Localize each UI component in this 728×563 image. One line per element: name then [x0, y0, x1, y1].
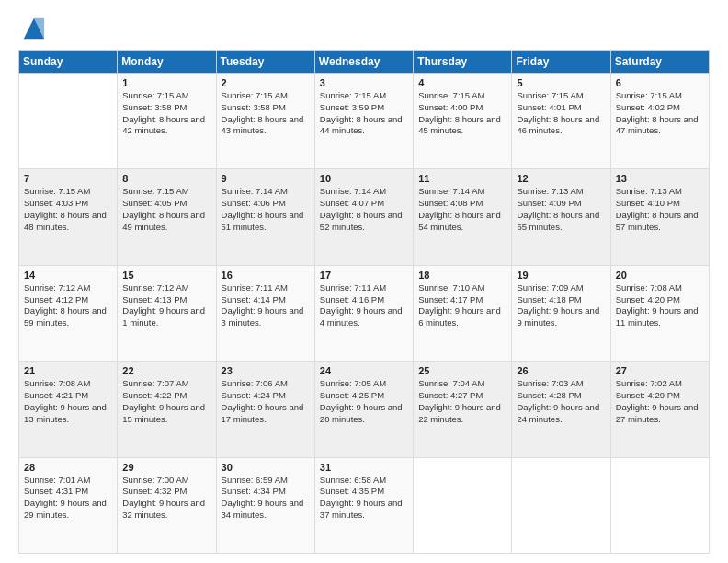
day-number: 13 [616, 173, 704, 184]
calendar-cell: 30Sunrise: 6:59 AMSunset: 4:34 PMDayligh… [216, 457, 314, 553]
calendar-cell: 28Sunrise: 7:01 AMSunset: 4:31 PMDayligh… [19, 457, 118, 553]
calendar-cell: 20Sunrise: 7:08 AMSunset: 4:20 PMDayligh… [610, 265, 709, 361]
day-info: Sunrise: 6:58 AMSunset: 4:35 PMDaylight:… [320, 475, 408, 522]
calendar-cell: 5Sunrise: 7:15 AMSunset: 4:01 PMDaylight… [512, 74, 610, 169]
calendar-week-row: 1Sunrise: 7:15 AMSunset: 3:58 PMDaylight… [19, 74, 710, 169]
calendar-cell: 23Sunrise: 7:06 AMSunset: 4:24 PMDayligh… [216, 362, 314, 457]
calendar-cell [19, 74, 118, 169]
day-info: Sunrise: 7:15 AMSunset: 3:58 PMDaylight:… [222, 90, 310, 137]
day-info: Sunrise: 7:07 AMSunset: 4:22 PMDaylight:… [122, 378, 210, 425]
day-info: Sunrise: 7:09 AMSunset: 4:18 PMDaylight:… [517, 282, 605, 329]
calendar-week-row: 28Sunrise: 7:01 AMSunset: 4:31 PMDayligh… [19, 457, 710, 553]
calendar-cell: 31Sunrise: 6:58 AMSunset: 4:35 PMDayligh… [314, 457, 413, 553]
day-info: Sunrise: 7:12 AMSunset: 4:13 PMDaylight:… [122, 282, 210, 329]
day-number: 25 [418, 365, 506, 376]
day-info: Sunrise: 7:11 AMSunset: 4:16 PMDaylight:… [320, 282, 408, 329]
day-info: Sunrise: 7:05 AMSunset: 4:25 PMDaylight:… [320, 378, 408, 425]
day-number: 6 [616, 77, 704, 88]
calendar-week-row: 21Sunrise: 7:08 AMSunset: 4:21 PMDayligh… [19, 362, 710, 457]
day-number: 10 [320, 173, 408, 184]
calendar-header-monday: Monday [118, 51, 216, 74]
calendar-cell: 26Sunrise: 7:03 AMSunset: 4:28 PMDayligh… [512, 362, 610, 457]
day-info: Sunrise: 7:15 AMSunset: 4:00 PMDaylight:… [418, 90, 506, 137]
day-number: 5 [517, 77, 605, 88]
day-number: 4 [418, 77, 506, 88]
day-info: Sunrise: 7:03 AMSunset: 4:28 PMDaylight:… [517, 378, 605, 425]
day-number: 2 [222, 77, 310, 88]
page: SundayMondayTuesdayWednesdayThursdayFrid… [0, 0, 728, 563]
day-info: Sunrise: 7:12 AMSunset: 4:12 PMDaylight:… [24, 282, 112, 329]
day-info: Sunrise: 7:15 AMSunset: 3:58 PMDaylight:… [122, 90, 210, 137]
day-info: Sunrise: 7:08 AMSunset: 4:21 PMDaylight:… [24, 378, 112, 425]
calendar-header-saturday: Saturday [610, 51, 709, 74]
day-number: 22 [122, 365, 210, 376]
day-info: Sunrise: 7:13 AMSunset: 4:10 PMDaylight:… [616, 186, 704, 233]
day-number: 23 [222, 365, 310, 376]
calendar-cell: 14Sunrise: 7:12 AMSunset: 4:12 PMDayligh… [19, 265, 118, 361]
calendar-cell: 11Sunrise: 7:14 AMSunset: 4:08 PMDayligh… [414, 169, 512, 265]
day-info: Sunrise: 7:00 AMSunset: 4:32 PMDaylight:… [122, 475, 210, 522]
day-info: Sunrise: 7:08 AMSunset: 4:20 PMDaylight:… [616, 282, 704, 329]
header [18, 15, 710, 40]
day-number: 8 [122, 173, 210, 184]
logo-icon [20, 15, 46, 40]
day-number: 12 [517, 173, 605, 184]
calendar-header-tuesday: Tuesday [216, 51, 314, 74]
calendar-cell: 7Sunrise: 7:15 AMSunset: 4:03 PMDaylight… [19, 169, 118, 265]
calendar-header-row: SundayMondayTuesdayWednesdayThursdayFrid… [19, 51, 710, 74]
day-number: 31 [320, 462, 408, 473]
calendar-cell [610, 457, 709, 553]
day-number: 7 [24, 173, 112, 184]
day-info: Sunrise: 7:15 AMSunset: 4:03 PMDaylight:… [24, 186, 112, 233]
day-number: 3 [320, 77, 408, 88]
day-number: 27 [616, 365, 704, 376]
calendar-cell: 24Sunrise: 7:05 AMSunset: 4:25 PMDayligh… [314, 362, 413, 457]
day-number: 30 [222, 462, 310, 473]
day-number: 29 [122, 462, 210, 473]
calendar-cell: 8Sunrise: 7:15 AMSunset: 4:05 PMDaylight… [118, 169, 216, 265]
day-number: 21 [24, 365, 112, 376]
calendar-cell: 12Sunrise: 7:13 AMSunset: 4:09 PMDayligh… [512, 169, 610, 265]
calendar-header-wednesday: Wednesday [314, 51, 413, 74]
calendar-cell: 9Sunrise: 7:14 AMSunset: 4:06 PMDaylight… [216, 169, 314, 265]
calendar-cell: 25Sunrise: 7:04 AMSunset: 4:27 PMDayligh… [414, 362, 512, 457]
day-info: Sunrise: 7:15 AMSunset: 4:05 PMDaylight:… [122, 186, 210, 233]
day-info: Sunrise: 7:01 AMSunset: 4:31 PMDaylight:… [24, 475, 112, 522]
day-info: Sunrise: 7:11 AMSunset: 4:14 PMDaylight:… [222, 282, 310, 329]
day-number: 28 [24, 462, 112, 473]
calendar-cell: 22Sunrise: 7:07 AMSunset: 4:22 PMDayligh… [118, 362, 216, 457]
day-info: Sunrise: 7:14 AMSunset: 4:07 PMDaylight:… [320, 186, 408, 233]
day-info: Sunrise: 7:15 AMSunset: 3:59 PMDaylight:… [320, 90, 408, 137]
calendar-cell: 3Sunrise: 7:15 AMSunset: 3:59 PMDaylight… [314, 74, 413, 169]
day-info: Sunrise: 7:13 AMSunset: 4:09 PMDaylight:… [517, 186, 605, 233]
day-number: 9 [222, 173, 310, 184]
calendar-table: SundayMondayTuesdayWednesdayThursdayFrid… [18, 50, 710, 554]
calendar-cell: 4Sunrise: 7:15 AMSunset: 4:00 PMDaylight… [414, 74, 512, 169]
day-info: Sunrise: 7:15 AMSunset: 4:02 PMDaylight:… [616, 90, 704, 137]
day-number: 18 [418, 270, 506, 281]
day-info: Sunrise: 7:10 AMSunset: 4:17 PMDaylight:… [418, 282, 506, 329]
day-number: 20 [616, 270, 704, 281]
calendar-cell [414, 457, 512, 553]
day-info: Sunrise: 6:59 AMSunset: 4:34 PMDaylight:… [222, 475, 310, 522]
calendar-cell: 19Sunrise: 7:09 AMSunset: 4:18 PMDayligh… [512, 265, 610, 361]
logo [18, 15, 46, 40]
day-info: Sunrise: 7:02 AMSunset: 4:29 PMDaylight:… [616, 378, 704, 425]
calendar-cell: 10Sunrise: 7:14 AMSunset: 4:07 PMDayligh… [314, 169, 413, 265]
calendar-cell: 29Sunrise: 7:00 AMSunset: 4:32 PMDayligh… [118, 457, 216, 553]
calendar-header-sunday: Sunday [19, 51, 118, 74]
calendar-cell: 13Sunrise: 7:13 AMSunset: 4:10 PMDayligh… [610, 169, 709, 265]
calendar-cell: 21Sunrise: 7:08 AMSunset: 4:21 PMDayligh… [19, 362, 118, 457]
calendar-header-thursday: Thursday [414, 51, 512, 74]
calendar-header-friday: Friday [512, 51, 610, 74]
calendar-cell: 27Sunrise: 7:02 AMSunset: 4:29 PMDayligh… [610, 362, 709, 457]
day-number: 26 [517, 365, 605, 376]
day-info: Sunrise: 7:06 AMSunset: 4:24 PMDaylight:… [222, 378, 310, 425]
day-info: Sunrise: 7:14 AMSunset: 4:06 PMDaylight:… [222, 186, 310, 233]
day-info: Sunrise: 7:14 AMSunset: 4:08 PMDaylight:… [418, 186, 506, 233]
day-number: 17 [320, 270, 408, 281]
calendar-cell: 17Sunrise: 7:11 AMSunset: 4:16 PMDayligh… [314, 265, 413, 361]
day-number: 11 [418, 173, 506, 184]
calendar-cell [512, 457, 610, 553]
calendar-cell: 6Sunrise: 7:15 AMSunset: 4:02 PMDaylight… [610, 74, 709, 169]
